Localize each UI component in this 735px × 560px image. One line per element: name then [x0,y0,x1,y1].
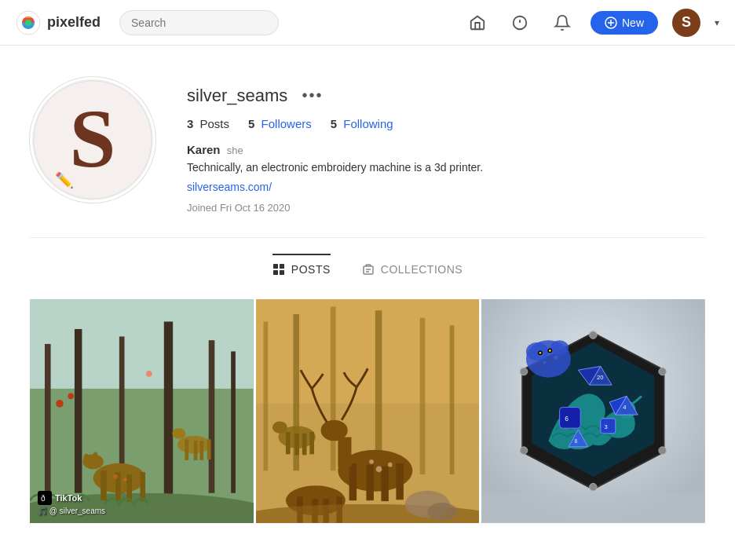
svg-rect-63 [286,432,291,454]
post-item-3[interactable]: 20 4 6 3 8 [481,299,705,523]
brand-link[interactable]: pixelfed [16,10,101,35]
profile-display-name: Karen she [187,143,705,156]
tab-posts-label: POSTS [291,263,331,276]
followers-count: 5 [248,117,254,130]
svg-rect-57 [338,437,351,467]
svg-point-59 [375,467,382,473]
svg-point-61 [369,459,374,464]
search-input[interactable] [119,10,279,35]
stat-followers[interactable]: 5 Followers [248,117,312,130]
profile-website-link[interactable]: silverseams.com/ [187,181,272,193]
new-button-label: New [622,16,644,29]
svg-text:S: S [70,93,116,185]
following-count: 5 [331,117,337,130]
svg-text:4: 4 [623,404,627,411]
navbar: pixelfed [0,0,735,46]
pronouns: she [227,145,243,156]
profile-joined: Joined Fri Oct 16 2020 [187,202,705,214]
svg-rect-49 [375,310,382,470]
stat-following[interactable]: 5 Following [331,117,393,130]
svg-rect-11 [364,266,373,274]
profile-header: S ✏️ silver_seams ••• 3 Posts 5 Follower… [30,77,705,238]
home-icon [469,14,486,31]
brand-name: pixelfed [47,14,101,31]
svg-rect-53 [349,463,356,500]
username-row: silver_seams ••• [187,85,705,106]
svg-point-101 [526,342,548,361]
profile-username: silver_seams [187,86,287,106]
profile-container: S ✏️ silver_seams ••• 3 Posts 5 Follower… [14,46,721,523]
svg-point-60 [388,463,393,467]
post-image-2 [256,299,480,523]
display-name-text: Karen [187,143,221,156]
svg-point-40 [68,393,74,400]
svg-point-105 [554,355,558,360]
svg-text:6: 6 [565,415,569,423]
svg-point-108 [539,352,542,354]
new-button[interactable]: New [591,11,658,35]
following-label: Following [343,117,393,130]
profile-avatar: S ✏️ [30,77,155,203]
tiktok-watermark: ð TikTok 🎵 @ silver_seams [38,491,105,515]
svg-point-75 [427,503,457,521]
svg-point-85 [590,483,597,490]
svg-rect-20 [209,340,215,493]
collection-icon [362,263,375,276]
svg-rect-10 [280,270,284,275]
post-image-1 [30,299,254,523]
svg-rect-96 [601,419,616,434]
svg-point-39 [56,400,63,407]
svg-rect-94 [560,408,581,429]
svg-rect-46 [263,321,268,470]
followers-label: Followers [261,117,312,130]
svg-rect-37 [207,439,211,459]
svg-text:3: 3 [605,423,608,430]
svg-rect-7 [273,264,278,269]
svg-rect-36 [199,441,203,460]
avatar-image: S ✏️ [32,77,153,203]
post-item-2[interactable] [256,299,480,523]
svg-rect-17 [75,329,82,493]
stat-posts: 3 Posts [187,117,229,130]
svg-point-31 [113,474,118,479]
svg-rect-19 [164,321,173,500]
svg-text:ð: ð [41,494,46,503]
svg-rect-56 [396,463,403,500]
explore-icon [511,14,528,31]
explore-button[interactable] [506,9,534,37]
notifications-button[interactable] [548,9,576,37]
tiktok-logo-icon: ð [38,491,52,505]
svg-rect-54 [366,465,373,501]
tab-posts[interactable]: POSTS [272,254,331,284]
svg-point-82 [590,331,597,339]
posts-grid: ð TikTok 🎵 @ silver_seams [30,299,705,523]
svg-text:8: 8 [575,438,578,444]
svg-point-102 [551,340,569,355]
svg-point-38 [172,428,185,438]
search-bar [119,10,279,35]
profile-stats: 3 Posts 5 Followers 5 Following [187,117,705,130]
svg-point-32 [123,478,127,481]
svg-rect-16 [45,344,51,493]
user-avatar-nav[interactable]: S [672,9,700,37]
svg-rect-34 [185,439,188,460]
svg-point-84 [659,447,666,454]
user-menu-arrow[interactable]: ▾ [715,17,719,28]
svg-rect-35 [194,441,198,460]
post-image-3: 20 4 6 3 8 [481,299,705,523]
plus-icon [605,16,617,29]
tab-collections-label: COLLECTIONS [381,263,463,276]
tab-collections[interactable]: COLLECTIONS [362,254,463,284]
svg-rect-55 [381,467,388,502]
svg-point-58 [320,420,347,441]
svg-rect-48 [331,306,336,470]
svg-rect-21 [231,351,236,492]
svg-point-86 [521,447,528,454]
posts-label: Posts [200,117,230,130]
svg-point-110 [549,350,551,352]
profile-more-button[interactable]: ••• [297,85,327,106]
svg-rect-45 [256,299,480,404]
svg-rect-50 [419,318,425,474]
home-button[interactable] [463,9,492,37]
post-item-1[interactable]: ð TikTok 🎵 @ silver_seams [30,299,254,523]
